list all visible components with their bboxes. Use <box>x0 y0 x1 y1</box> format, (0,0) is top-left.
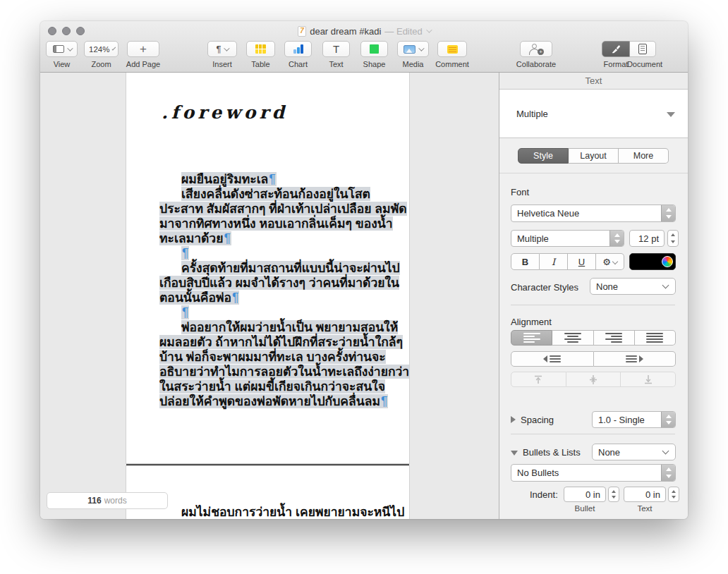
chevron-down-icon <box>612 259 618 264</box>
align-left-button[interactable] <box>511 330 552 346</box>
underline-button[interactable]: U <box>568 253 596 270</box>
bullets-select[interactable]: None <box>592 444 676 460</box>
text-indent-field[interactable]: 0 in <box>624 487 666 502</box>
bold-button[interactable]: B <box>511 253 540 270</box>
align-center-icon <box>564 333 581 343</box>
font-typeface-value: Multiple <box>511 233 609 244</box>
font-family-value: Helvetica Neue <box>511 208 661 219</box>
content-area: .foreword ผมยืนอยู่ริมทะเล¶เสียงคลื่นดัง… <box>40 73 688 519</box>
align-center-button[interactable] <box>552 330 593 346</box>
document-canvas[interactable]: .foreword ผมยืนอยู่ริมทะเล¶เสียงคลื่นดัง… <box>40 73 499 519</box>
indent-buttons <box>511 351 676 367</box>
bullets-value: None <box>593 447 663 458</box>
table-button[interactable]: Table <box>246 41 275 57</box>
text-indent-stepper[interactable] <box>668 487 679 502</box>
sidebar-tabs: Style Layout More <box>518 148 669 164</box>
italic-button[interactable]: I <box>540 253 568 270</box>
add-page-button[interactable]: + Add Page <box>127 41 159 57</box>
bullet-indent-field[interactable]: 0 in <box>564 487 606 502</box>
align-right-button[interactable] <box>594 330 635 346</box>
text-line: ผมไม่ชอบการว่ายน้ำ เคยพยายามจะหนีไป <box>159 505 392 519</box>
bullet-style-select[interactable]: No Bullets <box>511 464 676 482</box>
bullet-indent-stepper[interactable] <box>608 487 619 502</box>
disclosure-closed-icon[interactable] <box>511 416 516 423</box>
spacing-select[interactable]: 1.0 - Single <box>592 411 676 428</box>
chevron-down-icon <box>418 45 424 51</box>
insert-button[interactable]: ¶ Insert <box>207 41 237 57</box>
text-line: ทะเลมาด้วย¶ <box>159 231 392 246</box>
text-column-label: Text <box>637 504 652 513</box>
window-title: dear dream #kadi — Edited <box>40 25 688 37</box>
text-line: ผมยืนอยู่ริมทะเล¶ <box>159 172 392 187</box>
pilcrow-mark: ¶ <box>268 172 276 186</box>
stepper-icon[interactable] <box>609 231 624 246</box>
format-document-segment <box>602 41 656 57</box>
chevron-down-icon <box>662 448 669 455</box>
text-line: ตอนนั้นคือพ่อ¶ <box>159 291 392 305</box>
page-2-text: ผมไม่ชอบการว่ายน้ำ เคยพยายามจะหนีไป <box>159 505 392 519</box>
font-size-value: 12 pt <box>638 233 659 244</box>
edited-status: — Edited <box>384 26 422 37</box>
color-wheel-icon[interactable] <box>662 256 673 267</box>
page-2[interactable]: ผมไม่ชอบการว่ายน้ำ เคยพยายามจะหนีไป <box>126 466 409 519</box>
font-size-field[interactable]: 12 pt <box>629 230 665 247</box>
paragraph-style-value: Multiple <box>516 109 548 119</box>
indent-icon <box>626 355 643 362</box>
shape-icon <box>370 44 379 54</box>
character-styles-select[interactable]: None <box>590 278 676 295</box>
zoom-value: 124% <box>89 45 109 54</box>
text-line: ประสาท สัมผัสสากๆ ที่ฝ่าเท้าเปล่าเปลือย … <box>159 202 392 216</box>
page-1[interactable]: .foreword ผมยืนอยู่ริมทะเล¶เสียงคลื่นดัง… <box>126 73 409 463</box>
title-menu-chevron-icon[interactable] <box>426 27 432 32</box>
stepper-icon[interactable] <box>661 412 675 427</box>
shape-button[interactable]: Shape <box>360 41 388 57</box>
pilcrow-icon: ¶ <box>217 44 222 54</box>
align-right-icon <box>605 333 622 343</box>
pilcrow-mark: ¶ <box>231 291 239 305</box>
sidebar-header: Text <box>499 73 688 90</box>
pages-app-window: dear dream #kadi — Edited View 124% Zoom… <box>40 21 688 519</box>
zoom-button[interactable]: 124% Zoom <box>84 41 119 57</box>
page-1-text: ผมยืนอยู่ริมทะเล¶เสียงคลื่นดังซ่าสะท้อนก… <box>159 172 392 409</box>
increase-indent-button[interactable] <box>594 351 677 367</box>
tab-layout[interactable]: Layout <box>569 148 619 164</box>
collaborate-button[interactable]: + Collaborate <box>520 41 552 57</box>
outdent-icon <box>543 355 561 362</box>
document-button[interactable] <box>630 41 656 57</box>
stepper-icon[interactable] <box>661 465 675 481</box>
font-size-stepper[interactable] <box>667 230 679 247</box>
text-line: ปล่อยให้คำพูดของพ่อพัดหายไปกับคลื่นลม¶ <box>159 394 392 409</box>
align-left-icon <box>523 333 540 343</box>
document-label: Document <box>627 60 662 68</box>
comment-button[interactable]: Comment <box>437 41 467 57</box>
tabs-divider <box>499 173 688 173</box>
tab-style[interactable]: Style <box>518 148 569 164</box>
disclosure-triangle-icon[interactable] <box>667 112 675 117</box>
bullets-row-label: Bullets & Lists <box>511 447 581 458</box>
disclosure-open-icon[interactable] <box>511 451 518 456</box>
decrease-indent-button[interactable] <box>511 351 594 367</box>
bullets-label: Bullets & Lists <box>523 447 581 458</box>
align-top-button[interactable] <box>511 372 566 387</box>
format-button[interactable] <box>602 41 630 57</box>
chart-button[interactable]: Chart <box>284 41 312 57</box>
align-middle-button[interactable] <box>566 372 621 387</box>
font-family-select[interactable]: Helvetica Neue <box>511 204 676 222</box>
document-title: dear dream #kadi <box>310 26 381 37</box>
tab-more[interactable]: More <box>619 148 669 164</box>
stepper-icon[interactable] <box>661 205 675 221</box>
word-count-badge[interactable]: 116 words <box>47 492 168 509</box>
text-box-button[interactable]: T Text <box>322 41 350 57</box>
align-bottom-button[interactable] <box>621 372 676 387</box>
align-justify-button[interactable] <box>635 330 676 346</box>
view-button[interactable]: View <box>46 41 78 57</box>
font-color-well[interactable] <box>629 253 676 270</box>
spacing-value: 1.0 - Single <box>593 415 661 425</box>
text-line: ครั้งสุดท้ายที่มาสถานที่แบบนี้น่าจะผ่านไ… <box>159 261 392 276</box>
paragraph-style-well[interactable]: Multiple <box>499 90 688 138</box>
document-heading: .foreword <box>162 102 288 123</box>
advanced-options-button[interactable]: ⚙ <box>596 253 624 270</box>
media-button[interactable]: Media <box>397 41 429 57</box>
text-line: ¶ <box>159 305 392 320</box>
font-typeface-select[interactable]: Multiple <box>511 230 624 247</box>
